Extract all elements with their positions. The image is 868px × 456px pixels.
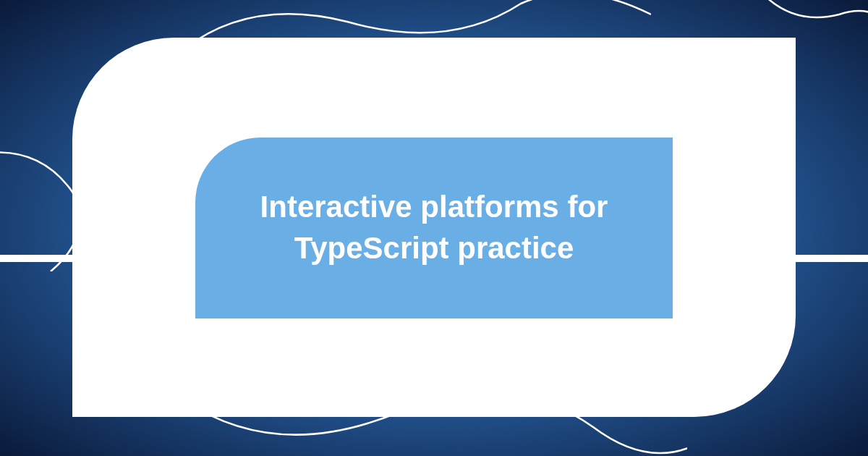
decorative-wave-bottom xyxy=(181,355,687,456)
page-title: Interactive platforms for TypeScript pra… xyxy=(231,187,637,269)
inner-blue-panel: Interactive platforms for TypeScript pra… xyxy=(195,138,673,318)
